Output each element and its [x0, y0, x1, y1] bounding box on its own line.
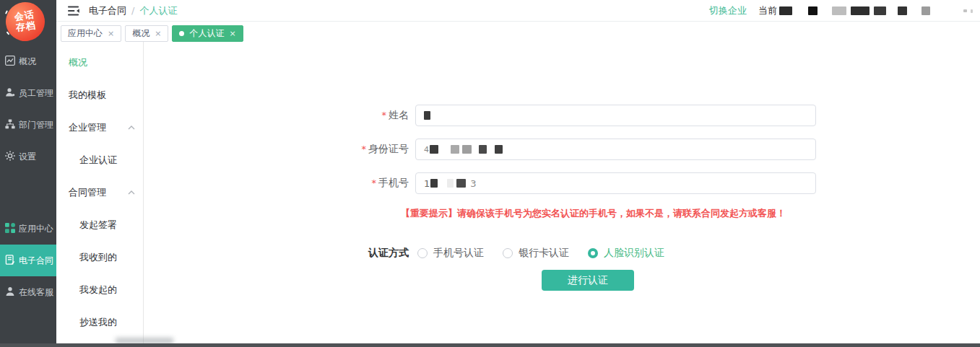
sidebar-item-label: 在线客服 [19, 286, 53, 299]
primary-nav-top: 概况 员工管理 部门管理 设置 [0, 45, 56, 172]
sidebar-item-label: 应用中心 [19, 223, 53, 235]
visible-digit: 3 [470, 178, 476, 189]
sidebar-item-label: 部门管理 [19, 119, 53, 131]
settings-icon [5, 151, 15, 163]
tab-bar: 应用中心 × 概况 × 个人认证 × [56, 22, 980, 42]
breadcrumb-item-e-contract[interactable]: 电子合同 [89, 4, 126, 17]
id-number-input[interactable]: 4 [415, 139, 816, 160]
name-label: *姓名 [144, 109, 409, 122]
menu-group-contract-management[interactable]: 合同管理 [56, 176, 143, 208]
logo-sparkle [6, 31, 10, 35]
breadcrumb-separator: / [131, 5, 134, 16]
required-marker: * [372, 177, 377, 188]
radio-bank-card-auth[interactable]: 银行卡认证 [503, 247, 569, 260]
close-icon[interactable]: × [155, 30, 161, 38]
chevron-up-icon [128, 126, 135, 130]
current-company-text: 当前 [758, 4, 973, 17]
close-icon[interactable]: × [229, 30, 235, 38]
radio-face-recognition-auth[interactable]: 人脸识别认证 [588, 247, 664, 260]
collapse-menu-icon[interactable] [68, 6, 79, 16]
e-contract-icon [5, 255, 15, 267]
menu-item-label: 企业认证 [79, 154, 117, 167]
sidebar-item-settings[interactable]: 设置 [0, 141, 56, 172]
tab-label: 概况 [132, 27, 149, 40]
close-icon[interactable]: × [108, 30, 114, 38]
secondary-nav: 概况 我的模板 企业管理 企业认证 合同管理 发起签署 我收到的 我发起的 [56, 46, 143, 338]
phone-input[interactable]: 1 3 [415, 172, 816, 194]
radio-phone-auth[interactable]: 手机号认证 [417, 247, 484, 260]
departments-icon [5, 119, 15, 131]
breadcrumb-item-current: 个人认证 [139, 4, 177, 17]
important-notice-text: 【重要提示】请确保该手机号为您实名认证的手机号，如果不是，请联系合同发起方或客服… [401, 207, 980, 220]
menu-item-cc-to-me[interactable]: 抄送我的 [56, 306, 143, 338]
chevron-up-icon [128, 190, 135, 195]
id-number-label: *身份证号 [144, 143, 409, 156]
auth-method-row: 认证方式 手机号认证 银行卡认证 人脸识别认证 [144, 247, 980, 260]
redacted-company-name [779, 6, 973, 15]
tab-app-center[interactable]: 应用中心 × [61, 25, 121, 42]
menu-item-initiate-signing[interactable]: 发起签署 [56, 208, 143, 241]
menu-item-received[interactable]: 我收到的 [56, 241, 143, 273]
tab-overview[interactable]: 概况 × [125, 25, 168, 42]
secondary-sidebar: 概况 我的模板 企业管理 企业认证 合同管理 发起签署 我收到的 我发起的 [56, 42, 144, 343]
logo-text-line2: 存档 [15, 20, 37, 34]
sidebar-item-overview[interactable]: 概况 [0, 45, 56, 77]
sidebar-item-app-center[interactable]: 应用中心 [0, 213, 56, 245]
menu-group-enterprise-management[interactable]: 企业管理 [56, 111, 143, 144]
menu-item-label: 合同管理 [69, 186, 106, 199]
form-row-phone: *手机号 1 3 [144, 172, 980, 194]
logo-sparkle [5, 10, 8, 14]
app-center-icon [5, 223, 15, 235]
proceed-auth-button[interactable]: 进行认证 [542, 270, 634, 291]
employees-icon [5, 87, 15, 100]
menu-item-label: 抄送我的 [79, 316, 117, 329]
session-archive-logo: 会话 存档 [4, 0, 48, 43]
top-header: 电子合同 / 个人认证 切换企业 当前 [56, 0, 980, 22]
personal-auth-form: *姓名 *身份证号 4 *手机号 1 [144, 42, 980, 291]
menu-item-label: 发起签署 [79, 219, 117, 232]
auth-method-label: 认证方式 [144, 247, 409, 260]
phone-label: *手机号 [144, 177, 409, 190]
menu-item-enterprise-auth[interactable]: 企业认证 [56, 144, 143, 176]
sidebar-item-departments[interactable]: 部门管理 [0, 109, 56, 141]
tab-label: 个人认证 [189, 27, 224, 40]
personal-auth-panel: *姓名 *身份证号 4 *手机号 1 [144, 42, 980, 343]
active-tab-dot [179, 31, 184, 36]
radio-icon [503, 248, 513, 258]
horizontal-scrollbar[interactable] [0, 343, 980, 347]
menu-item-overview[interactable]: 概况 [56, 46, 143, 79]
sidebar-item-label: 概况 [19, 56, 36, 68]
radio-label: 银行卡认证 [519, 247, 569, 260]
menu-item-initiated[interactable]: 我发起的 [56, 273, 143, 306]
menu-item-label: 概况 [69, 56, 87, 69]
sidebar-item-customer-service[interactable]: 在线客服 [0, 276, 56, 308]
switch-company-link[interactable]: 切换企业 [709, 4, 747, 17]
menu-item-label: 企业管理 [69, 121, 106, 134]
current-company-prefix: 当前 [758, 4, 777, 17]
sidebar-item-e-contract[interactable]: 电子合同 [0, 245, 56, 276]
radio-label: 手机号认证 [433, 247, 484, 260]
header-right: 切换企业 当前 [709, 0, 973, 22]
customer-service-icon [5, 286, 15, 299]
sidebar-item-label: 设置 [19, 151, 36, 163]
required-marker: * [382, 110, 387, 120]
required-marker: * [362, 144, 367, 154]
visible-digit: 4 [424, 145, 429, 154]
form-row-name: *姓名 [144, 105, 980, 126]
primary-nav-bottom: 应用中心 电子合同 在线客服 [0, 213, 56, 308]
radio-icon [417, 248, 428, 258]
name-input[interactable] [415, 105, 816, 126]
tab-label: 应用中心 [68, 27, 103, 40]
form-row-id-number: *身份证号 4 [144, 139, 980, 160]
breadcrumb: 电子合同 / 个人认证 [89, 4, 177, 17]
overview-icon [5, 56, 15, 68]
menu-item-my-templates[interactable]: 我的模板 [56, 79, 143, 111]
tab-personal-auth[interactable]: 个人认证 × [172, 25, 243, 42]
primary-sidebar: 会话 存档 概况 员工管理 部门管理 设置 [0, 0, 56, 347]
sidebar-spacer [0, 172, 56, 213]
menu-item-label: 我发起的 [79, 284, 117, 297]
sidebar-item-employees[interactable]: 员工管理 [0, 77, 56, 109]
sidebar-item-label: 电子合同 [19, 255, 53, 267]
sidebar-item-label: 员工管理 [19, 87, 53, 100]
menu-item-label: 我的模板 [69, 89, 106, 102]
